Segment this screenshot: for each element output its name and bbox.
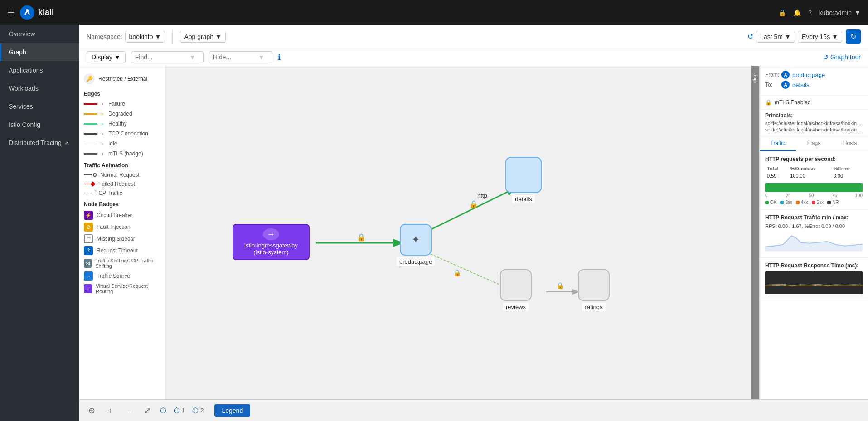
- lock-icon[interactable]: 🔒: [778, 9, 786, 16]
- sidebar-item-istio-config[interactable]: Istio Config: [0, 116, 79, 134]
- tab-flags[interactable]: Flags: [796, 136, 832, 151]
- val-error: 0.00: [832, 172, 863, 179]
- legend-4xx: 4xx: [796, 200, 808, 205]
- traffic-failed-label: Failed Request: [98, 181, 135, 187]
- sidebar: Overview Graph Applications Workloads Se…: [0, 25, 79, 421]
- badge-traffic-shifting: ⋈ Traffic Shifting/TCP Traffic Shifting: [84, 256, 160, 270]
- hide-panel-toggle[interactable]: Hide: [751, 66, 759, 399]
- time-range-dropdown[interactable]: Last 5m ▼: [756, 31, 795, 43]
- fullscreen-button[interactable]: ⤢: [142, 404, 153, 417]
- ns-count-1-label: 1: [182, 407, 185, 414]
- 5xx-dot: [812, 201, 815, 204]
- restricted-external-item[interactable]: 🔑 Restricted / External: [84, 71, 160, 87]
- node-ingress[interactable]: → istio-ingressgateway(istio-system): [233, 224, 310, 260]
- graph-tour-button[interactable]: ↺ Graph tour: [823, 53, 861, 61]
- legend-button[interactable]: Legend: [214, 404, 250, 417]
- badge-traffic-source: → Traffic Source: [84, 270, 160, 282]
- ns-count-0[interactable]: ⬡: [160, 406, 166, 415]
- traffic-shifting-icon: ⋈: [84, 259, 92, 268]
- refresh-interval-dropdown[interactable]: Every 15s ▼: [798, 31, 842, 43]
- bell-icon[interactable]: 🔔: [793, 9, 801, 16]
- edge-degraded: → Degraded: [84, 109, 160, 119]
- kiali-logo[interactable]: kiali: [20, 5, 54, 20]
- hamburger-menu[interactable]: ☰: [7, 8, 15, 18]
- panel-mtls: 🔒 mTLS Enabled: [760, 96, 868, 110]
- edge-idle: → Idle: [84, 139, 160, 149]
- user-info[interactable]: kube:admin ▼: [819, 9, 861, 16]
- ns-count-2[interactable]: ⬡ 2: [192, 406, 204, 415]
- info-icon[interactable]: ℹ: [278, 53, 281, 62]
- hide-input-wrapper[interactable]: ▼: [209, 51, 272, 63]
- graph-type-dropdown[interactable]: App graph ▼: [180, 31, 225, 43]
- find-input-wrapper[interactable]: ▼: [131, 51, 204, 63]
- graph-canvas[interactable]: 🔒 🔒 http 🔒 🔒 → istio-ingressgateway(isti…: [165, 66, 751, 399]
- reviews-node-box[interactable]: [500, 269, 532, 301]
- to-badge: A: [781, 81, 790, 89]
- secondary-toolbar: Display ▼ ▼ ▼ ℹ ↺ Graph tour: [79, 48, 868, 66]
- chart-bar-area: 0255075100 OK 3xx: [765, 183, 863, 205]
- traffic-anim-title: Traffic Animation: [84, 162, 160, 169]
- details-node-label: details: [512, 195, 535, 203]
- virtual-service-icon: ⑂: [84, 284, 92, 293]
- val-total: 0.59: [765, 172, 788, 179]
- to-node-name[interactable]: details: [792, 82, 810, 88]
- namespace-dropdown[interactable]: bookinfo ▼: [125, 31, 165, 43]
- request-timeout-icon: ⏱: [84, 246, 93, 255]
- graph-area: 🔑 Restricted / External Edges → Failure …: [79, 66, 868, 399]
- user-caret-icon: ▼: [854, 9, 861, 16]
- svg-line-3: [424, 189, 514, 233]
- zoom-out-button[interactable]: －: [123, 403, 135, 418]
- find-input[interactable]: [135, 53, 189, 61]
- panel-response-time: HTTP Request Response Time (ms):: [760, 258, 868, 300]
- 3xx-dot: [780, 201, 784, 204]
- sidebar-item-graph[interactable]: Graph: [0, 43, 79, 61]
- sidebar-item-services[interactable]: Services: [0, 97, 79, 116]
- node-reviews[interactable]: reviews: [500, 269, 532, 311]
- namespace-selector: Namespace: bookinfo ▼: [87, 31, 165, 43]
- panel-min-max: HTTP Request Traffic min / max: RPS: 0.0…: [760, 210, 868, 258]
- sidebar-item-distributed-tracing[interactable]: Distributed Tracing ↗: [0, 134, 79, 152]
- productpage-node-box[interactable]: ✦: [400, 224, 432, 256]
- badge-virtual-service: ⑂ Virtual Service/Request Routing: [84, 282, 160, 295]
- top-nav: ☰ kiali 🔒 🔔 ? kube:admin ▼: [0, 0, 868, 25]
- node-productpage[interactable]: ✦ productpage: [397, 224, 435, 266]
- help-icon[interactable]: ?: [808, 9, 812, 16]
- refresh-button[interactable]: ↻: [846, 29, 861, 44]
- to-label: To:: [765, 82, 779, 88]
- sidebar-item-applications[interactable]: Applications: [0, 61, 79, 79]
- ns-count-1[interactable]: ⬡ 1: [174, 406, 185, 415]
- nr-dot: [827, 201, 831, 204]
- toolbar-right: ↺ Last 5m ▼ Every 15s ▼ ↻: [747, 29, 861, 44]
- sidebar-item-workloads[interactable]: Workloads: [0, 79, 79, 97]
- node-details[interactable]: details: [505, 157, 542, 203]
- edge-tcp-label: TCP Connection: [108, 131, 148, 137]
- ingress-node-box[interactable]: → istio-ingressgateway(istio-system): [233, 224, 310, 260]
- mtls-label: mTLS Enabled: [775, 99, 810, 106]
- display-button[interactable]: Display ▼: [87, 51, 126, 63]
- from-label: From:: [765, 72, 779, 78]
- ratings-node-label: ratings: [582, 303, 605, 311]
- zoom-in-button[interactable]: ＋: [104, 403, 116, 418]
- tab-traffic[interactable]: Traffic: [760, 136, 796, 151]
- ratings-node-box[interactable]: [578, 269, 610, 301]
- from-node-name[interactable]: productpage: [792, 72, 825, 78]
- panel-from-to: From: A productpage To: A details: [760, 66, 868, 96]
- refresh-history-icon[interactable]: ↺: [747, 32, 753, 41]
- missing-sidecar-icon: ◻: [84, 234, 93, 243]
- hide-label: Hide: [751, 72, 758, 86]
- table-row: 0.59 100.00 0.00: [765, 172, 863, 179]
- mtls-lock-icon: 🔒: [765, 99, 772, 106]
- legend-3xx: 3xx: [780, 200, 792, 205]
- node-ratings[interactable]: ratings: [578, 269, 610, 311]
- edge-mtls: → mTLS (badge): [84, 149, 160, 159]
- ns-count-2-label: 2: [200, 407, 204, 414]
- hide-input[interactable]: [213, 53, 258, 61]
- panel-from-row: From: A productpage: [765, 71, 863, 79]
- edges-title: Edges: [84, 91, 160, 97]
- fit-view-button[interactable]: ⊕: [87, 404, 97, 417]
- sidebar-item-overview[interactable]: Overview: [0, 25, 79, 43]
- details-node-box[interactable]: [505, 157, 542, 193]
- tab-hosts[interactable]: Hosts: [832, 136, 868, 151]
- col-error: %Error: [832, 165, 863, 172]
- edge-tcp: → TCP Connection: [84, 129, 160, 139]
